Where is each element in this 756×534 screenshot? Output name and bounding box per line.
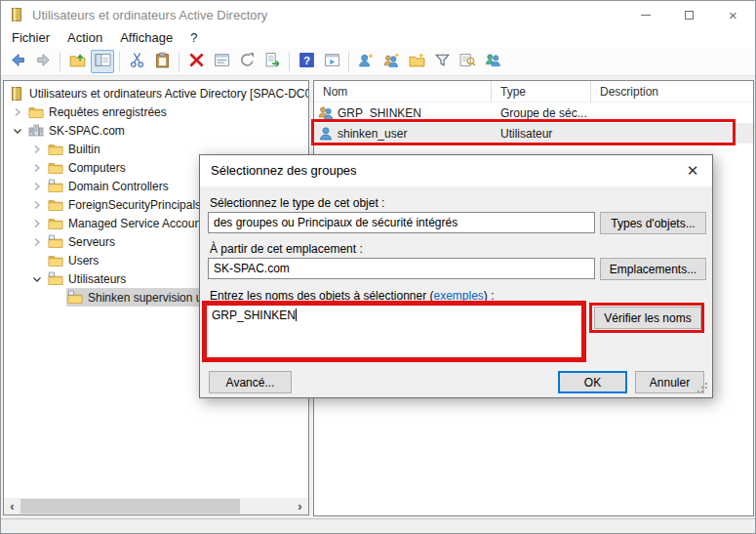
new-window-button[interactable] <box>320 50 343 73</box>
toolbar-separator <box>60 52 60 71</box>
delegation-button[interactable] <box>481 50 504 73</box>
cut-button[interactable] <box>125 50 148 73</box>
console-tree-toggle[interactable] <box>91 50 114 73</box>
up-one-level-icon <box>69 52 86 72</box>
scissors-icon <box>129 52 145 72</box>
svg-text:?: ? <box>302 53 309 65</box>
toolbar-separator <box>119 52 120 71</box>
help-icon: ? <box>298 52 315 72</box>
column-header-type[interactable]: Type <box>492 81 591 103</box>
maximize-icon <box>685 11 694 20</box>
help-button[interactable]: ? <box>295 50 318 73</box>
folder-icon <box>48 142 63 157</box>
tree-item-label: Builtin <box>68 143 100 156</box>
delete-button[interactable] <box>184 50 208 73</box>
tree-item-requ-tes-enregistr-es[interactable]: Requêtes enregistrées <box>4 103 308 121</box>
object-names-input[interactable]: GRP_SHINKEN <box>208 307 582 355</box>
back-button[interactable] <box>6 50 29 73</box>
object-type: Utilisateur <box>492 123 591 144</box>
check-names-button[interactable]: Vérifier les noms <box>594 307 701 329</box>
cancel-button[interactable]: Annuler <box>635 371 704 393</box>
list-header: NomTypeDescription <box>314 81 753 103</box>
tree-item-sk-spac-com[interactable]: SK-SPAC.com <box>4 121 308 140</box>
chevron-right-icon[interactable] <box>29 142 47 157</box>
find-button[interactable] <box>456 50 479 73</box>
menu-bar: FichierActionAffichage? <box>1 28 755 48</box>
export-list-button[interactable] <box>260 50 284 73</box>
find-icon <box>459 52 476 72</box>
toolbar: ? <box>1 48 755 76</box>
back-icon <box>10 52 26 72</box>
tree-item-utilisateurs-et-ordinateurs-active-direc[interactable]: Utilisateurs et ordinateurs Active Direc… <box>4 84 308 103</box>
tree-item-label: Domain Controllers <box>68 180 169 193</box>
resize-grip[interactable] <box>705 390 707 392</box>
tree-horizontal-scrollbar[interactable]: ‹ › <box>4 498 308 514</box>
dialog-title: Sélectionnez des groupes <box>211 163 357 178</box>
locations-button[interactable]: Emplacements... <box>600 258 706 280</box>
column-header-description[interactable]: Description <box>591 81 753 103</box>
chevron-right-icon[interactable] <box>29 160 47 176</box>
group-icon <box>318 105 334 121</box>
forward-button[interactable] <box>31 50 55 73</box>
title-bar: Utilisateurs et ordinateurs Active Direc… <box>1 1 755 28</box>
status-bar <box>1 518 755 534</box>
tree-item-label: ForeignSecurityPrincipals <box>68 198 201 212</box>
location-field: SK-SPAC.com <box>208 258 595 279</box>
scroll-right-button[interactable]: › <box>292 498 308 514</box>
ok-button[interactable]: OK <box>558 371 627 393</box>
folder-icon <box>48 253 63 268</box>
chevron-right-icon[interactable] <box>29 197 47 213</box>
dialog-close-button[interactable]: ✕ <box>683 161 702 181</box>
chevron-down-icon[interactable] <box>10 123 27 139</box>
ou-folder-icon <box>48 234 63 250</box>
column-header-nom[interactable]: Nom <box>314 81 492 103</box>
advanced-button[interactable]: Avancé... <box>209 371 292 393</box>
scroll-left-button[interactable]: ‹ <box>4 498 20 514</box>
add-ou-button[interactable] <box>405 50 428 73</box>
filter-button[interactable] <box>430 50 454 73</box>
filter-icon <box>434 52 451 72</box>
object-type-field: des groupes ou Principaux de sécurité in… <box>208 212 595 233</box>
list-row-shinken-user[interactable]: shinken_userUtilisateur <box>314 123 753 144</box>
examples-link[interactable]: exemples <box>433 289 483 303</box>
add-user-button[interactable] <box>354 50 378 73</box>
menu-action[interactable]: Action <box>59 28 111 48</box>
object-type: Groupe de séc... <box>492 103 591 123</box>
properties-button[interactable] <box>210 50 233 73</box>
object-name: GRP_SHINKEN <box>338 106 421 120</box>
toolbar-separator <box>289 52 290 71</box>
chevron-down-icon[interactable] <box>29 271 47 287</box>
app-window: Utilisateurs et ordinateurs Active Direc… <box>0 0 756 534</box>
tree-item-label: Utilisateurs et ordinateurs Active Direc… <box>29 87 309 101</box>
list-row-grp-shinken[interactable]: GRP_SHINKENGroupe de séc... <box>314 103 753 123</box>
export-list-icon <box>264 52 281 72</box>
minimize-button[interactable] <box>623 1 667 28</box>
expander-spacer <box>49 290 66 306</box>
object-names-label: Entrez les noms des objets à sélectionne… <box>210 289 495 303</box>
delete-x-icon <box>188 52 205 72</box>
domain-icon <box>28 123 44 139</box>
refresh-button[interactable] <box>235 50 259 73</box>
close-button[interactable]: × <box>711 1 755 28</box>
maximize-button[interactable] <box>667 1 711 28</box>
menu-[interactable]: ? <box>181 28 206 48</box>
chevron-right-icon[interactable] <box>29 216 47 231</box>
add-group-icon <box>383 52 400 72</box>
tree-item-label: Users <box>68 254 99 267</box>
location-label: À partir de cet emplacement : <box>210 242 363 256</box>
paste-button[interactable] <box>150 50 174 73</box>
up-one-level-button[interactable] <box>65 50 89 73</box>
menu-affichage[interactable]: Affichage <box>111 28 181 48</box>
object-types-button[interactable]: Types d'objets... <box>600 212 706 234</box>
chevron-right-icon[interactable] <box>10 104 27 120</box>
scrollbar-thumb[interactable] <box>20 499 240 513</box>
add-group-button[interactable] <box>379 50 403 73</box>
app-icon <box>9 7 24 22</box>
tree-item-label: Managed Service Account <box>68 217 204 230</box>
menu-fichier[interactable]: Fichier <box>3 28 59 48</box>
tree-item-label: SK-SPAC.com <box>49 124 125 138</box>
console-tree-icon <box>95 52 111 72</box>
chevron-right-icon[interactable] <box>29 234 47 250</box>
expander-spacer <box>29 253 47 268</box>
chevron-right-icon[interactable] <box>29 179 47 194</box>
